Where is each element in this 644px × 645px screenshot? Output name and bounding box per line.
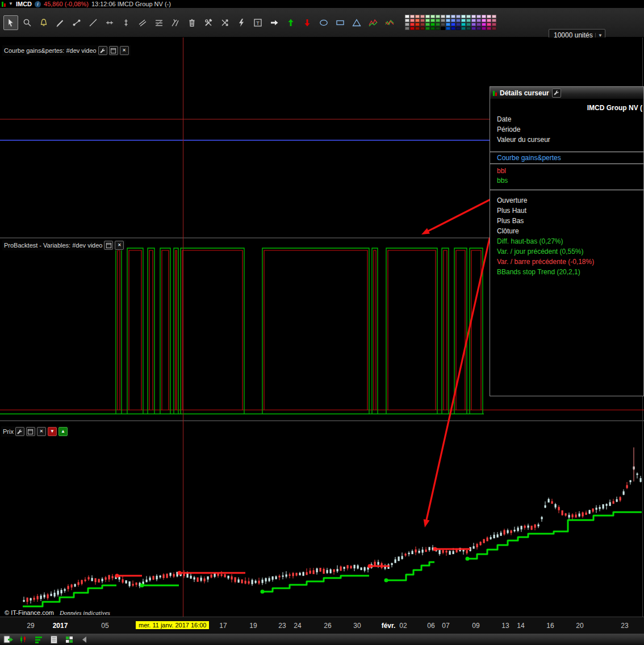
- palette-color-swatch[interactable]: [436, 23, 440, 26]
- palette-color-swatch[interactable]: [461, 23, 466, 26]
- palette-color-swatch[interactable]: [482, 23, 486, 26]
- palette-color-swatch[interactable]: [420, 19, 425, 22]
- expand-arrows-tool[interactable]: [218, 15, 232, 30]
- arrow-down-tool[interactable]: [300, 15, 315, 30]
- palette-color-swatch[interactable]: [425, 19, 430, 22]
- palette-color-swatch[interactable]: [446, 27, 450, 30]
- flash-tool[interactable]: [234, 15, 249, 30]
- chart-icon[interactable]: [18, 634, 29, 644]
- palette-color-swatch[interactable]: [425, 23, 430, 26]
- palette-color-swatch[interactable]: [456, 23, 461, 26]
- palette-color-swatch[interactable]: [430, 27, 435, 30]
- palette-color-swatch[interactable]: [430, 15, 435, 18]
- palette-color-swatch[interactable]: [446, 23, 450, 26]
- ellipse-tool[interactable]: [316, 15, 331, 30]
- time-axis[interactable]: 29201705171923242630févr.020607091314162…: [0, 617, 644, 634]
- portfolio-icon[interactable]: [64, 634, 75, 644]
- palette-color-swatch[interactable]: [441, 27, 445, 30]
- info-icon[interactable]: i: [35, 1, 41, 7]
- parallel-lines-tool[interactable]: [135, 15, 150, 30]
- palette-color-swatch[interactable]: [487, 19, 491, 22]
- palette-color-swatch[interactable]: [492, 19, 496, 22]
- object-settings-tool[interactable]: [201, 15, 216, 30]
- palette-color-swatch[interactable]: [476, 23, 481, 26]
- palette-color-swatch[interactable]: [441, 15, 445, 18]
- chevron-down-icon[interactable]: ▼: [9, 1, 13, 7]
- pointer-tool[interactable]: [3, 15, 18, 30]
- palette-color-swatch[interactable]: [451, 23, 455, 26]
- palette-color-swatch[interactable]: [441, 23, 445, 26]
- zigzag-green-tool[interactable]: [382, 15, 397, 30]
- panel-settings-button[interactable]: [552, 89, 561, 98]
- line-tool[interactable]: [86, 15, 101, 30]
- panel-window-button[interactable]: [26, 427, 35, 436]
- vertical-segment-tool[interactable]: [119, 15, 133, 30]
- palette-color-swatch[interactable]: [492, 15, 496, 18]
- palette-color-swatch[interactable]: [405, 23, 409, 26]
- palette-color-swatch[interactable]: [482, 27, 486, 30]
- palette-color-swatch[interactable]: [476, 15, 481, 18]
- palette-color-swatch[interactable]: [436, 15, 440, 18]
- palette-color-swatch[interactable]: [492, 23, 496, 26]
- palette-color-swatch[interactable]: [405, 27, 409, 30]
- panel-settings-button[interactable]: [98, 46, 107, 55]
- palette-color-swatch[interactable]: [415, 27, 420, 30]
- palette-color-swatch[interactable]: [471, 15, 476, 18]
- palette-color-swatch[interactable]: [466, 19, 471, 22]
- palette-color-swatch[interactable]: [410, 19, 415, 22]
- palette-color-swatch[interactable]: [405, 15, 409, 18]
- palette-color-swatch[interactable]: [451, 27, 455, 30]
- palette-color-swatch[interactable]: [420, 23, 425, 26]
- horizontal-segment-tool[interactable]: [102, 15, 117, 30]
- text-tool[interactable]: T: [250, 15, 265, 30]
- palette-color-swatch[interactable]: [405, 19, 409, 22]
- palette-color-swatch[interactable]: [471, 23, 476, 26]
- palette-color-swatch[interactable]: [415, 15, 420, 18]
- palette-color-swatch[interactable]: [466, 23, 471, 26]
- palette-color-swatch[interactable]: [436, 27, 440, 30]
- palette-color-swatch[interactable]: [436, 19, 440, 22]
- palette-color-swatch[interactable]: [456, 19, 461, 22]
- palette-color-swatch[interactable]: [482, 15, 486, 18]
- palette-color-swatch[interactable]: [410, 23, 415, 26]
- palette-color-swatch[interactable]: [415, 19, 420, 22]
- palette-color-swatch[interactable]: [451, 19, 455, 22]
- price-chart[interactable]: [0, 421, 644, 617]
- palette-color-swatch[interactable]: [430, 23, 435, 26]
- up-arrow-button[interactable]: ▲: [58, 427, 68, 436]
- palette-color-swatch[interactable]: [476, 27, 481, 30]
- orders-icon[interactable]: [48, 634, 60, 644]
- palette-color-swatch[interactable]: [487, 15, 491, 18]
- zoom-tool[interactable]: [20, 15, 35, 30]
- palette-color-swatch[interactable]: [471, 19, 476, 22]
- pitchfork-tool[interactable]: [168, 15, 183, 30]
- palette-color-swatch[interactable]: [487, 23, 491, 26]
- palette-color-swatch[interactable]: [466, 27, 471, 30]
- panel-close-button[interactable]: ✕: [120, 46, 129, 55]
- palette-color-swatch[interactable]: [461, 19, 466, 22]
- panel-close-button[interactable]: ✕: [37, 427, 46, 436]
- palette-color-swatch[interactable]: [410, 27, 415, 30]
- alarm-tool[interactable]: [36, 15, 51, 30]
- palette-color-swatch[interactable]: [466, 15, 471, 18]
- palette-color-swatch[interactable]: [471, 27, 476, 30]
- palette-color-swatch[interactable]: [410, 15, 415, 18]
- cursor-details-panel[interactable]: Détails curseur IMCD Group NV ( Date Pér…: [490, 86, 644, 396]
- cursor-details-titlebar[interactable]: Détails curseur: [490, 87, 643, 99]
- palette-color-swatch[interactable]: [482, 19, 486, 22]
- palette-color-swatch[interactable]: [446, 15, 450, 18]
- panel-window-button[interactable]: [109, 46, 118, 55]
- palette-color-swatch[interactable]: [451, 15, 455, 18]
- palette-color-swatch[interactable]: [415, 23, 420, 26]
- arrow-right-tool[interactable]: [267, 15, 282, 30]
- palette-color-swatch[interactable]: [461, 15, 466, 18]
- panel-settings-button[interactable]: [15, 427, 24, 436]
- palette-color-swatch[interactable]: [461, 27, 466, 30]
- zigzag-red-tool[interactable]: [366, 15, 380, 30]
- delete-tool[interactable]: [185, 15, 199, 30]
- palette-color-swatch[interactable]: [446, 19, 450, 22]
- palette-color-swatch[interactable]: [492, 27, 496, 30]
- palette-color-swatch[interactable]: [476, 19, 481, 22]
- collapse-arrow-icon[interactable]: [79, 634, 90, 644]
- palette-color-swatch[interactable]: [425, 15, 430, 18]
